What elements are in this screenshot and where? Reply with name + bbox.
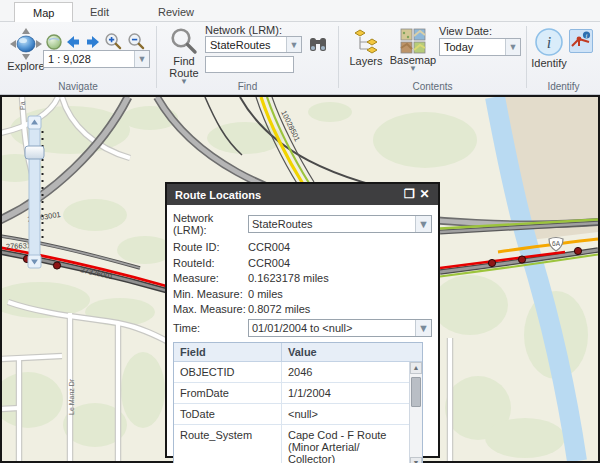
route-shield-label: 6A (552, 240, 561, 247)
min-measure-value: 0 miles (248, 288, 432, 300)
field-label-routeid: RouteId: (173, 257, 248, 269)
view-date-dropdown-button[interactable]: ▼ (505, 39, 520, 55)
identify-route-locations-button[interactable]: i (569, 29, 593, 53)
max-measure-value: 0.8072 miles (248, 303, 432, 315)
basemap-dropdown-caret: ▼ (409, 66, 417, 72)
cell-field: OBJECTID (174, 362, 282, 382)
field-label-measure: Measure: (173, 272, 248, 284)
time-dropdown-button[interactable]: ▼ (415, 320, 431, 336)
measure-value: 0.1623178 miles (248, 272, 432, 284)
maximize-icon[interactable]: ❐ (402, 187, 417, 202)
cell-value: Cape Cod - F Route (Minor Arterial/ Coll… (282, 425, 409, 463)
full-extent-globe-icon[interactable] (45, 33, 63, 51)
basemap-button[interactable]: Basemap ▼ (389, 28, 437, 72)
map-scale-value: 1 : 9,028 (44, 53, 134, 65)
attributes-table-header: Field Value (174, 343, 422, 362)
find-route-label-line1: Find (173, 56, 194, 67)
cell-value: 1/1/2004 (282, 383, 409, 403)
layers-button[interactable]: Layers (345, 28, 387, 67)
previous-extent-arrow-icon[interactable] (64, 33, 82, 51)
network-lrm-dropdown-button[interactable]: ▼ (286, 37, 301, 52)
table-scrollbar[interactable]: ▲ ▼ (409, 362, 422, 463)
zoom-slider-track[interactable] (29, 117, 40, 267)
explore-button[interactable]: Explore (4, 28, 48, 72)
explore-label: Explore (7, 61, 44, 72)
cell-value: <null> (282, 404, 409, 424)
group-label-contents: Contents (339, 81, 526, 92)
group-label-identify: Identify (527, 81, 600, 92)
find-route-magnifier-icon (170, 27, 198, 55)
street-label-partial: Pa (19, 101, 26, 110)
close-icon[interactable]: ✕ (417, 187, 432, 202)
group-contents: Layers Basem (339, 22, 526, 94)
map-scale-combobox[interactable]: 1 : 9,028 ▼ (43, 50, 150, 68)
identify-icon: i (534, 27, 564, 57)
table-row[interactable]: ToDate <null> (174, 404, 409, 425)
tab-edit[interactable]: Edit (72, 2, 127, 22)
network-dropdown-button[interactable]: ▼ (415, 216, 431, 232)
column-header-field: Field (174, 343, 282, 361)
field-label-time: Time: (173, 322, 248, 334)
next-extent-arrow-icon[interactable] (84, 33, 102, 51)
scroll-up-button[interactable]: ▲ (410, 362, 422, 374)
attributes-table: Field Value OBJECTID 2046 FromDate 1/1/2… (173, 342, 423, 463)
identify-button[interactable]: i Identify (529, 27, 569, 69)
route-input[interactable] (205, 56, 294, 73)
group-find: Find Route ▼ Network (LRM): StateRoutes … (157, 22, 338, 94)
application-window: Map Edit Review (0, 0, 600, 463)
ribbon-content: Explore (0, 22, 600, 95)
tab-map[interactable]: Map (14, 2, 73, 22)
svg-text:i: i (586, 32, 588, 39)
field-label-network: Network (LRM): (173, 212, 248, 236)
field-label-route-id: Route ID: (173, 241, 248, 253)
view-date-label: View Date: (439, 25, 492, 37)
field-label-max-measure: Max. Measure: (173, 303, 248, 315)
basemap-icon (400, 28, 426, 54)
network-lrm-value: StateRoutes (206, 39, 286, 51)
zoom-slider-thumb[interactable] (25, 146, 44, 159)
route-locations-dialog: Route Locations ❐ ✕ Network (LRM): State… (165, 182, 440, 458)
zoom-out-icon[interactable] (127, 32, 145, 50)
zoom-in-icon[interactable] (104, 32, 122, 50)
ribbon-tab-row: Map Edit Review (0, 0, 600, 22)
table-row[interactable]: Route_System Cape Cod - F Route (Minor A… (174, 425, 409, 463)
group-navigate: Explore (0, 22, 156, 94)
ribbon: Map Edit Review (0, 0, 600, 95)
route-id-value: CCR004 (248, 241, 432, 253)
column-header-value: Value (282, 346, 422, 358)
view-date-combobox[interactable]: Today ▼ (439, 38, 521, 56)
identify-label: Identify (531, 58, 566, 69)
explore-icon (8, 28, 44, 60)
tab-review[interactable]: Review (140, 2, 212, 22)
time-combobox[interactable]: 01/01/2004 to <null> ▼ (248, 319, 432, 337)
cell-field: ToDate (174, 404, 282, 424)
scroll-down-button[interactable]: ▼ (410, 457, 422, 463)
time-value: 01/01/2004 to <null> (249, 322, 415, 334)
table-row[interactable]: FromDate 1/1/2004 (174, 383, 409, 404)
cell-field: Route_System (174, 425, 282, 463)
table-row[interactable]: OBJECTID 2046 (174, 362, 409, 383)
network-lrm-combobox[interactable]: StateRoutes ▼ (205, 36, 302, 53)
cell-field: FromDate (174, 383, 282, 403)
field-label-min-measure: Min. Measure: (173, 288, 248, 300)
binoculars-icon[interactable] (308, 36, 328, 53)
layers-label: Layers (349, 56, 382, 67)
scrollbar-thumb[interactable] (411, 377, 421, 407)
layers-icon (353, 28, 379, 55)
dialog-body: Network (LRM): StateRoutes ▼ Route ID: C… (167, 205, 438, 463)
network-lrm-label: Network (LRM): (205, 24, 282, 36)
map-scale-dropdown-button[interactable]: ▼ (134, 51, 149, 67)
dialog-title: Route Locations (175, 189, 261, 201)
identify-route-locations-icon: i (570, 30, 592, 52)
dialog-title-bar[interactable]: Route Locations ❐ ✕ (167, 184, 438, 205)
svg-text:i: i (547, 34, 551, 51)
group-identify: i Identify i Identify (527, 22, 600, 94)
view-date-value: Today (440, 41, 505, 53)
network-value: StateRoutes (249, 218, 415, 230)
group-label-navigate: Navigate (0, 81, 156, 92)
cell-value: 2046 (282, 362, 409, 382)
street-label-le-manz-dr: Le Manz Dr (68, 378, 75, 415)
routeid-value: CCR004 (248, 257, 432, 269)
find-route-button[interactable]: Find Route ▼ (163, 27, 205, 85)
network-combobox[interactable]: StateRoutes ▼ (248, 215, 432, 233)
